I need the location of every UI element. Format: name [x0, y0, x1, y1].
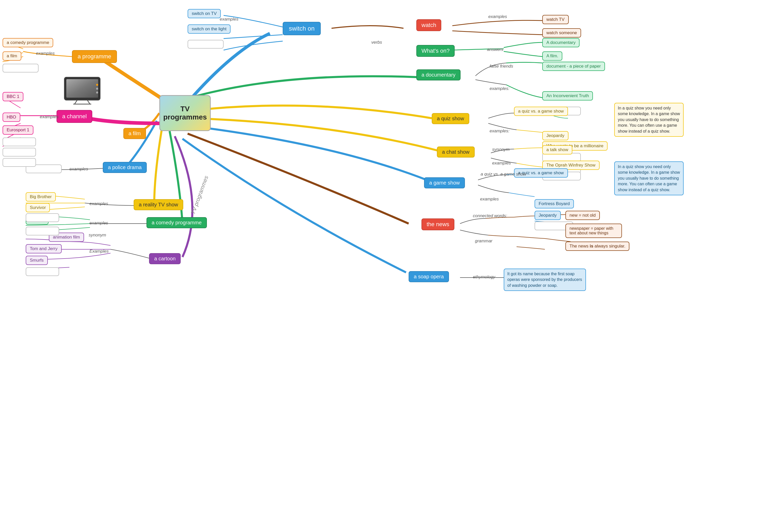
- label-examples-reality: examples: [89, 201, 108, 206]
- label-ethymology: ethymology: [473, 274, 495, 280]
- label-examples-comedy: examples: [89, 221, 108, 226]
- tv-image: [62, 72, 103, 105]
- label-verbs: verbs: [371, 40, 382, 45]
- label-false-friends: false friends: [490, 64, 513, 69]
- node-doc-false-friend: document - a piece of paper: [542, 62, 605, 71]
- node-tom-jerry: Tom and Jerry: [26, 244, 62, 253]
- node-survivor: Survivor: [26, 203, 50, 212]
- node-comedy-prog-ex: a comedy programme: [3, 38, 53, 47]
- label-connected-words: connected words:: [473, 213, 507, 218]
- node-channel-empty1: [3, 137, 36, 146]
- node-eurosport: Eurosport 1: [3, 125, 33, 135]
- node-a-film-prog-ex: a film: [3, 51, 21, 61]
- label-examples-watch: examples: [488, 14, 507, 19]
- node-comedy-empty: [26, 227, 59, 235]
- node-fortress: Fortress Boyard: [535, 199, 574, 208]
- quiz-show-desc: In a quiz show you need only some knowle…: [614, 103, 684, 137]
- label-examples-chat: examples: [492, 161, 511, 166]
- node-soap-opera: a soap opera: [409, 271, 449, 282]
- label-examples-switch: examples: [220, 17, 238, 22]
- node-channel-empty3: [3, 158, 36, 167]
- center-node: TV programmes: [159, 95, 211, 131]
- svg-point-7: [96, 88, 98, 90]
- label-examples-doc: examples:: [490, 86, 509, 91]
- node-comedy-prog: a comedy programme: [146, 217, 207, 228]
- label-answers: answers: [487, 47, 503, 52]
- node-bbc1: BBC 1: [3, 92, 23, 101]
- node-the-news: the news: [421, 218, 454, 230]
- label-examples-game: examples: [480, 197, 499, 202]
- node-a-police-drama: a police drama: [103, 162, 147, 173]
- node-a-documentary-ans: A documentary: [542, 38, 580, 47]
- node-quiz-show: a quiz show: [432, 113, 469, 124]
- node-channel-empty2: [3, 148, 36, 157]
- node-watch-tv: watch TV: [542, 15, 569, 24]
- svg-point-6: [96, 84, 98, 86]
- node-documentary: a documentary: [416, 69, 461, 80]
- node-a-programme: a programme: [72, 50, 117, 63]
- node-smurfs: Smurfs: [26, 256, 48, 265]
- label-examples-cartoon: Examples: [89, 249, 109, 254]
- node-talk-show: a talk show: [542, 145, 572, 154]
- label-grammar: grammar: [475, 239, 492, 244]
- label-examples-police: examples: [69, 167, 88, 172]
- node-prog-empty: [3, 64, 39, 72]
- node-a-film-ans: A film.: [542, 51, 562, 61]
- node-switch-on-light: switch on the light: [188, 24, 231, 34]
- svg-line-4: [87, 100, 90, 104]
- node-inconvenient-truth: An Inconvenient Truth: [542, 91, 593, 100]
- node-reality-tv: a reality TV show: [134, 199, 183, 210]
- news-grammar-text: The news is always singular.: [570, 244, 625, 249]
- node-whats-on: What's on?: [416, 45, 455, 57]
- node-switch-on: switch on: [283, 22, 321, 35]
- node-a-cartoon: a cartoon: [149, 253, 181, 264]
- label-quiz-vs-game-game: a quiz vs. a game show: [481, 172, 526, 177]
- node-jeopardy-quiz: Jeopardy: [542, 131, 568, 140]
- soap-opera-desc: It got its name because the first soap o…: [504, 269, 586, 291]
- svg-point-8: [96, 91, 98, 94]
- svg-line-3: [75, 100, 77, 104]
- node-new-not-old: new = not old: [565, 211, 600, 220]
- node-news-grammar: The news is always singular.: [565, 242, 629, 251]
- node-reality-empty: [26, 213, 59, 222]
- node-game-show: a game show: [424, 177, 465, 188]
- label-examples-channel: examples: [40, 114, 59, 120]
- label-examples-programme: examples: [36, 51, 55, 56]
- node-switch-on-empty: [188, 40, 224, 49]
- label-synonym-cartoon: synonym: [89, 233, 106, 238]
- svg-rect-2: [66, 79, 98, 98]
- node-a-channel: a channel: [57, 110, 92, 123]
- node-big-brother: Big Brother: [26, 192, 56, 201]
- node-chat-show: a chat show: [437, 146, 475, 158]
- node-hbo: HBO: [3, 113, 20, 122]
- node-quiz-vs-game-quiz: a quiz vs. a game show: [514, 107, 568, 116]
- node-switch-on-tv: switch on TV: [188, 9, 221, 18]
- label-examples-quiz: examples:: [490, 129, 509, 134]
- node-watch-someone: watch someone: [542, 28, 581, 38]
- node-cartoon-empty: [26, 267, 59, 276]
- diag-label-tv-programmes: TV programmes: [190, 175, 210, 215]
- node-newspaper: newspaper = paper with text about new th…: [565, 224, 622, 238]
- node-watch: watch: [416, 19, 441, 31]
- game-show-desc: In a quiz show you need only some knowle…: [614, 161, 684, 195]
- label-synonym-chat: synonym: [492, 147, 510, 152]
- node-jeopardy-game: Jeopardy: [535, 211, 561, 220]
- node-a-film: a film: [123, 128, 146, 139]
